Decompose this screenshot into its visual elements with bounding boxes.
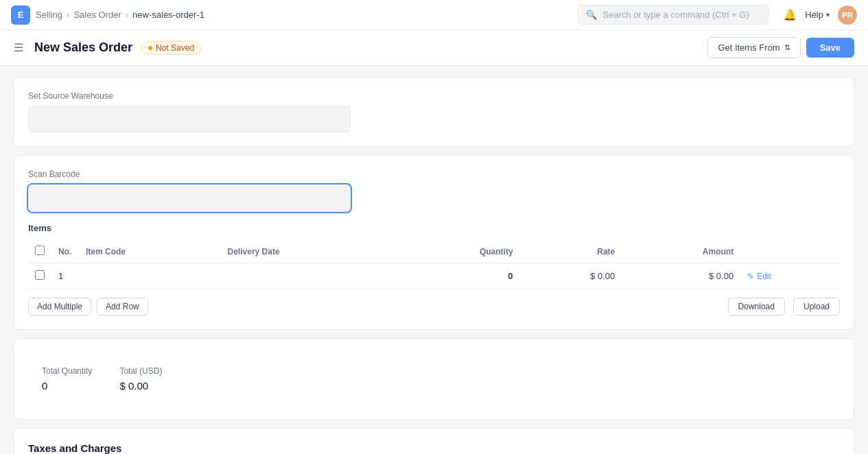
add-row-button[interactable]: Add Row <box>97 298 148 315</box>
not-saved-dot <box>148 46 152 50</box>
row-no: 1 <box>51 263 79 289</box>
menu-icon[interactable]: ☰ <box>14 41 23 54</box>
totals-card: Total Quantity 0 Total (USD) $ 0.00 <box>14 338 854 420</box>
row-rate: $ 0.00 <box>520 263 622 289</box>
page-header: ☰ New Sales Order Not Saved Get Items Fr… <box>0 30 868 66</box>
col-header-rate: Rate <box>520 240 622 263</box>
not-saved-label: Not Saved <box>156 43 194 53</box>
scan-barcode-label: Scan Barcode <box>28 169 840 179</box>
row-checkbox[interactable] <box>35 270 45 280</box>
select-all-checkbox[interactable] <box>35 246 45 255</box>
scan-barcode-input[interactable] <box>28 184 351 212</box>
row-delivery-date <box>221 263 395 289</box>
source-warehouse-input[interactable] <box>28 106 351 132</box>
upload-button[interactable]: Upload <box>793 298 840 315</box>
add-multiple-button[interactable]: Add Multiple <box>28 298 91 315</box>
row-checkbox-cell <box>28 263 51 289</box>
total-usd-value: $ 0.00 <box>119 380 162 392</box>
nav-search-box[interactable]: 🔍 Search or type a command (Ctrl + G) <box>577 5 769 25</box>
download-button[interactable]: Download <box>728 298 785 315</box>
items-section-label: Items <box>28 223 840 233</box>
taxes-title: Taxes and Charges <box>28 442 840 454</box>
header-actions: Get Items From ⇅ Save <box>707 37 854 58</box>
col-header-no: No. <box>51 240 79 263</box>
breadcrumb-sales-order[interactable]: Sales Order <box>73 10 121 20</box>
col-header-checkbox <box>28 240 51 263</box>
total-quantity-section: Total Quantity 0 <box>42 366 92 392</box>
source-warehouse-label: Set Source Warehouse <box>28 91 840 101</box>
breadcrumb-selling[interactable]: Selling <box>36 10 62 20</box>
save-button[interactable]: Save <box>806 38 854 58</box>
main-content: Set Source Warehouse Scan Barcode Items … <box>0 66 868 454</box>
total-usd-section: Total (USD) $ 0.00 <box>119 366 162 392</box>
search-icon: 🔍 <box>586 10 597 20</box>
items-card: Scan Barcode Items No. Item Code Deliver… <box>14 155 854 330</box>
col-header-amount: Amount <box>622 240 740 263</box>
col-header-quantity: Quantity <box>395 240 520 263</box>
app-icon[interactable]: E <box>11 5 30 25</box>
row-edit-button[interactable]: ✎ Edit <box>747 272 771 281</box>
chevron-down-icon: ▾ <box>826 11 830 19</box>
right-table-actions: Download Upload <box>728 298 840 315</box>
avatar[interactable]: PR <box>838 5 857 25</box>
total-usd-label: Total (USD) <box>119 366 162 376</box>
table-row: 1 0 $ 0.00 $ 0.00 ✎ Edit <box>28 263 840 289</box>
row-item-code <box>79 263 221 289</box>
get-items-chevron-icon: ⇅ <box>784 43 790 52</box>
col-header-actions <box>740 240 840 263</box>
top-nav: E Selling › Sales Order › new-sales-orde… <box>0 0 868 30</box>
not-saved-badge: Not Saved <box>141 41 202 55</box>
edit-icon: ✎ <box>747 272 754 281</box>
breadcrumb-sep-2: › <box>126 10 128 20</box>
search-placeholder: Search or type a command (Ctrl + G) <box>602 10 749 20</box>
items-table: No. Item Code Delivery Date Quantity Rat… <box>28 240 840 289</box>
total-quantity-value: 0 <box>42 380 92 392</box>
bell-icon[interactable]: 🔔 <box>783 8 797 21</box>
row-amount: $ 0.00 <box>622 263 740 289</box>
breadcrumb-sep-1: › <box>67 10 69 20</box>
totals-grid: Total Quantity 0 Total (USD) $ 0.00 <box>28 353 840 405</box>
help-button[interactable]: Help ▾ <box>805 10 830 20</box>
col-header-delivery-date: Delivery Date <box>221 240 395 263</box>
source-warehouse-card: Set Source Warehouse <box>14 77 854 147</box>
row-edit-cell: ✎ Edit <box>740 263 840 289</box>
row-quantity: 0 <box>395 263 520 289</box>
total-quantity-label: Total Quantity <box>42 366 92 376</box>
taxes-card: Taxes and Charges <box>14 428 854 454</box>
get-items-from-button[interactable]: Get Items From ⇅ <box>707 37 800 58</box>
breadcrumb-current: new-sales-order-1 <box>132 10 204 20</box>
breadcrumb: Selling › Sales Order › new-sales-order-… <box>36 10 204 20</box>
page-title: New Sales Order <box>34 40 132 55</box>
table-actions: Add Multiple Add Row Download Upload <box>28 298 840 315</box>
col-header-item-code: Item Code <box>79 240 221 263</box>
nav-actions: 🔔 Help ▾ PR <box>783 5 857 25</box>
